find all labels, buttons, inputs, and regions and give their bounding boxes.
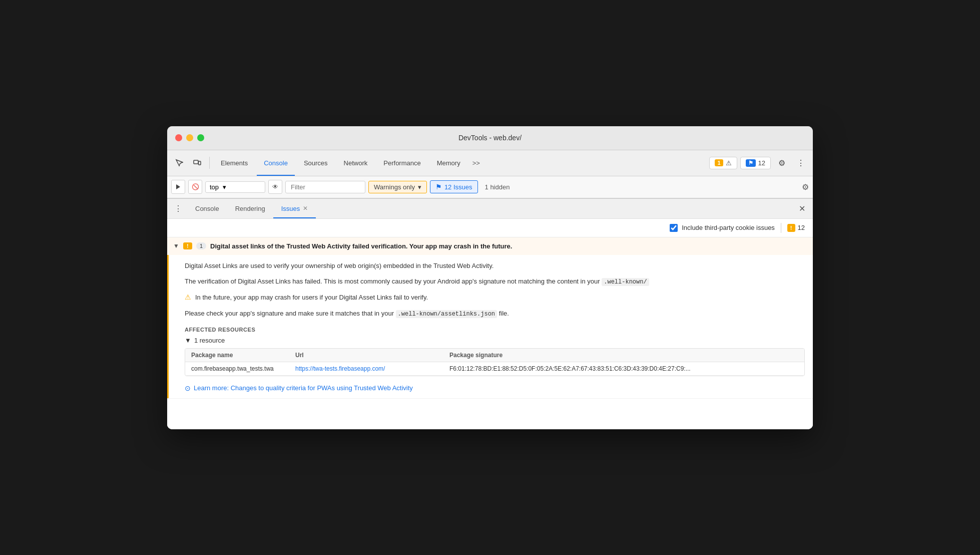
dropdown-icon: ▾: [223, 183, 226, 191]
issue-action: Please check your app's signature and ma…: [185, 309, 805, 319]
toolbar-separator: [209, 157, 210, 169]
issues-panel: Include third-party cookie issues ! 12 ▼…: [167, 219, 813, 429]
more-options-button[interactable]: ⋮: [793, 155, 809, 171]
issue-warning-line: ⚠ In the future, your app may crash for …: [185, 293, 805, 303]
checkbox-label-text: Include third-party cookie issues: [682, 224, 775, 231]
main-toolbar: Elements Console Sources Network Perform…: [167, 150, 813, 176]
issue-warn-icon: !: [183, 242, 192, 249]
close-button[interactable]: [175, 134, 182, 141]
more-icon: ⋮: [797, 158, 805, 168]
issues-badge-icon: ⚑: [435, 183, 442, 191]
col-header-url: Url: [295, 352, 445, 359]
console-filter-input[interactable]: [285, 181, 365, 193]
drawer-menu-button[interactable]: ⋮: [171, 201, 185, 215]
console-settings-button[interactable]: ⚙: [802, 182, 809, 192]
device-toolbar-button[interactable]: [189, 155, 205, 171]
devtools-window: DevTools - web.dev/ Elements Console Sou…: [167, 126, 813, 429]
more-tabs-button[interactable]: >>: [469, 157, 483, 169]
learn-more-link[interactable]: ⊙ Learn more: Changes to quality criteri…: [185, 384, 805, 392]
live-expressions-button[interactable]: 👁: [268, 180, 282, 194]
col-signature: F6:01:12:78:BD:E1:88:52:D5:0F:05:2A:5E:6…: [449, 365, 798, 372]
drawer-tab-issues[interactable]: Issues ✕: [273, 198, 316, 218]
col-header-signature: Package signature: [449, 352, 798, 359]
maximize-button[interactable]: [197, 134, 204, 141]
issue-body: Digital Asset Links are used to verify y…: [167, 255, 813, 398]
issues-panel-button[interactable]: ⚑ 12 Issues: [430, 180, 478, 193]
drawer-close-button[interactable]: ✕: [795, 201, 809, 215]
resource-toggle-arrow: ▼: [185, 337, 191, 344]
execute-context-button[interactable]: [171, 180, 185, 194]
issue-title: Digital asset links of the Trusted Web A…: [210, 242, 512, 250]
tab-network[interactable]: Network: [337, 150, 375, 176]
toolbar-right: 1 ⚠ ⚑ 12 ⚙ ⋮: [709, 155, 809, 171]
issues-count: 12: [758, 159, 765, 167]
third-party-cookie-toggle[interactable]: Include third-party cookie issues: [670, 224, 775, 232]
warning-badge: 1: [715, 159, 723, 166]
expand-arrow-icon: ▼: [173, 242, 179, 249]
learn-more-text: Learn more: Changes to quality criteria …: [194, 384, 413, 392]
titlebar: DevTools - web.dev/: [167, 126, 813, 150]
issues-header: Include third-party cookie issues ! 12: [167, 219, 813, 237]
warnings-dropdown-icon: ▾: [418, 183, 421, 191]
hidden-count: 1 hidden: [481, 183, 514, 191]
minimize-button[interactable]: [186, 134, 193, 141]
eye-icon: 👁: [272, 183, 278, 190]
issue-title-row[interactable]: ▼ ! 1 Digital asset links of the Trusted…: [167, 237, 813, 255]
drawer-tab-console[interactable]: Console: [187, 198, 227, 218]
settings-button[interactable]: ⚙: [774, 155, 790, 171]
window-title: DevTools - web.dev/: [458, 134, 522, 142]
settings-icon: ⚙: [778, 158, 785, 168]
issue-item: ▼ ! 1 Digital asset links of the Trusted…: [167, 237, 813, 399]
inspect-element-button[interactable]: [171, 155, 187, 171]
col-package-name: com.firebaseapp.twa_tests.twa: [191, 365, 291, 372]
issue-num-badge: 1: [196, 242, 206, 249]
col-header-package: Package name: [191, 352, 291, 359]
warnings-label: Warnings only: [374, 183, 415, 191]
drawer-tab-console-label: Console: [195, 205, 219, 212]
tab-sources[interactable]: Sources: [297, 150, 335, 176]
drawer-tab-rendering-label: Rendering: [235, 205, 265, 212]
resource-table: Package name Url Package signature com.f…: [185, 348, 805, 376]
issues-button[interactable]: ⚑ 12: [740, 157, 771, 169]
issues-icon: ⚑: [746, 159, 756, 167]
drawer: ⋮ Console Rendering Issues ✕ ✕ Include t…: [167, 198, 813, 429]
table-row: com.firebaseapp.twa_tests.twa https://tw…: [185, 362, 804, 376]
issues-tab-close[interactable]: ✕: [303, 205, 308, 212]
drawer-tabs: ⋮ Console Rendering Issues ✕ ✕: [167, 199, 813, 219]
tab-memory[interactable]: Memory: [430, 150, 467, 176]
header-sep: [781, 223, 781, 233]
warning-icon: ⚠: [726, 159, 732, 167]
warnings-button[interactable]: 1 ⚠: [709, 157, 737, 169]
affected-resources: AFFECTED RESOURCES ▼ 1 resource Package …: [185, 327, 805, 376]
svg-marker-2: [176, 184, 180, 189]
affected-label: AFFECTED RESOURCES: [185, 327, 805, 333]
context-value: top: [210, 183, 219, 191]
resource-toggle[interactable]: ▼ 1 resource: [185, 337, 805, 344]
drawer-tab-issues-label: Issues: [281, 205, 300, 212]
issue-desc-2: The verification of Digital Asset Links …: [185, 276, 805, 287]
tab-performance[interactable]: Performance: [376, 150, 427, 176]
issues-count-label: 12 Issues: [444, 183, 472, 191]
titlebar-buttons: [175, 134, 204, 141]
col-url[interactable]: https://twa-tests.firebaseapp.com/: [295, 365, 445, 372]
issue-warning-text: In the future, your app may crash for us…: [195, 293, 428, 303]
tab-console[interactable]: Console: [257, 150, 295, 176]
warn-icon-badge: !: [787, 224, 795, 232]
learn-more-icon: ⊙: [185, 384, 191, 392]
warnings-filter-button[interactable]: Warnings only ▾: [368, 181, 427, 193]
issue-code-1: .well-known/: [602, 278, 649, 286]
third-party-checkbox[interactable]: [670, 224, 678, 232]
secondary-toolbar: 🚫 top ▾ 👁 Warnings only ▾ ⚑ 12 Issues 1 …: [167, 176, 813, 198]
issue-desc-1: Digital Asset Links are used to verify y…: [185, 261, 805, 271]
context-selector[interactable]: top ▾: [205, 181, 265, 193]
total-issues-count: 12: [798, 224, 805, 231]
issue-count-badge: ! 12: [787, 224, 805, 232]
block-requests-button[interactable]: 🚫: [188, 180, 202, 194]
resource-count: 1 resource: [194, 337, 225, 344]
block-icon: 🚫: [192, 183, 199, 190]
warning-triangle-icon: ⚠: [185, 293, 191, 301]
tab-elements[interactable]: Elements: [214, 150, 255, 176]
issue-code-2: .well-known/assetlinks.json: [396, 310, 497, 318]
resource-table-header: Package name Url Package signature: [185, 349, 804, 362]
drawer-tab-rendering[interactable]: Rendering: [227, 198, 273, 218]
